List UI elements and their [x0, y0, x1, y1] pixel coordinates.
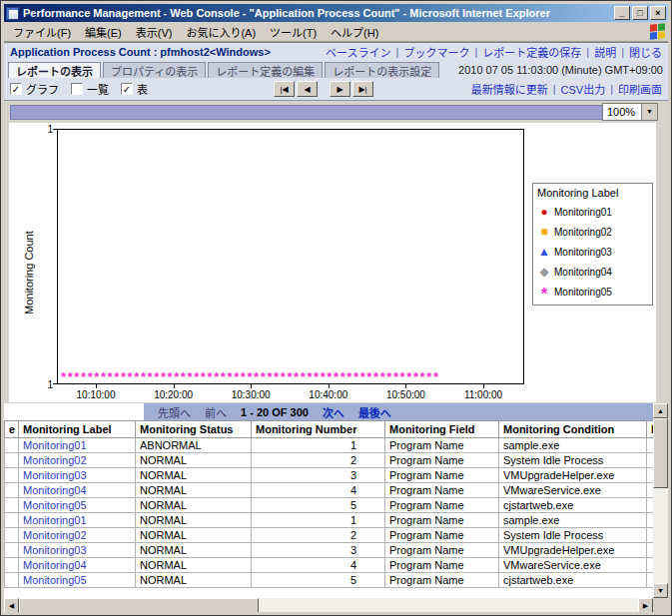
- monitoring-label-cell[interactable]: Monitoring01: [19, 438, 136, 453]
- legend-entries: ●Monitoring01■Monitoring02▲Monitoring03◆…: [537, 202, 648, 302]
- cell: Program Name: [385, 558, 499, 573]
- chevron-down-icon[interactable]: ▼: [641, 104, 657, 120]
- vertical-scroll-thumb[interactable]: [653, 418, 668, 488]
- save-report-definition-link[interactable]: レポート定義の保存: [482, 44, 581, 60]
- cell: 5: [252, 498, 385, 513]
- cell: [5, 513, 19, 528]
- zoom-select[interactable]: 100% ▼: [602, 103, 658, 121]
- report-nav-next-button[interactable]: ▶: [330, 81, 350, 97]
- x-tick-label: 11:00:00: [464, 389, 502, 400]
- scroll-left-button[interactable]: ◀: [4, 598, 19, 612]
- cell: NORMAL: [136, 453, 252, 468]
- cell: System Idle Process: [499, 453, 647, 468]
- cell: cjstartweb.exe: [499, 498, 647, 513]
- csv-export-link[interactable]: CSV出力: [561, 81, 606, 97]
- cell: [5, 573, 19, 588]
- tab-report-display[interactable]: レポートの表示: [8, 62, 101, 78]
- pagination-last-link[interactable]: 最後へ: [358, 404, 391, 420]
- horizontal-scrollbar[interactable]: ◀ ▶: [4, 598, 653, 612]
- checkbox-checked[interactable]: ✓: [121, 83, 133, 95]
- cell: Program Name: [385, 453, 499, 468]
- x-tick-label: 10:30:00: [232, 389, 271, 400]
- cell: Program Name: [385, 483, 499, 498]
- table-header-row: eMonitoring LabelMonitoring StatusMonito…: [5, 421, 654, 438]
- tab-property-display[interactable]: プロパティの表示: [103, 62, 206, 78]
- menu-item[interactable]: ツール(T): [263, 21, 324, 43]
- monitoring-label-cell[interactable]: Monitoring02: [19, 453, 136, 468]
- table-row: Monitoring02NORMAL2Program NameSystem Id…: [5, 453, 654, 468]
- table-row: Monitoring05NORMAL5Program Namecjstartwe…: [5, 498, 654, 513]
- vertical-scrollbar[interactable]: ▲ ▼: [653, 403, 668, 598]
- menu-item[interactable]: 表示(V): [129, 21, 180, 43]
- link-separator: |: [621, 46, 624, 58]
- x-tick-label: 10:20:00: [154, 389, 193, 400]
- cell: 2: [252, 453, 385, 468]
- monitoring-label-cell[interactable]: Monitoring01: [19, 513, 136, 528]
- close-button[interactable]: ×: [650, 6, 666, 20]
- print-view-link[interactable]: 印刷画面: [618, 81, 662, 97]
- pagination-prev-link[interactable]: 前へ: [205, 404, 227, 420]
- legend-label: Monitoring04: [554, 267, 612, 278]
- table-row: Monitoring04NORMAL4Program NameVMwareSer…: [5, 558, 654, 573]
- table-row: Monitoring04NORMAL4Program NameVMwareSer…: [5, 483, 654, 498]
- cell: VMwareService.exe: [499, 483, 647, 498]
- monitoring-label-cell[interactable]: Monitoring04: [19, 483, 136, 498]
- column-header: e: [5, 421, 19, 438]
- report-nav-first-button[interactable]: |◀: [274, 81, 295, 97]
- menu-item[interactable]: 編集(E): [78, 21, 129, 43]
- view-toggle-list[interactable]: 一覧: [71, 81, 109, 97]
- monitoring-label-cell[interactable]: Monitoring04: [19, 558, 136, 573]
- cell: NORMAL: [136, 513, 252, 528]
- legend-label: Monitoring03: [554, 247, 612, 258]
- monitoring-label-cell[interactable]: Monitoring03: [19, 468, 136, 483]
- pagination-next-link[interactable]: 次へ: [323, 404, 344, 420]
- scroll-up-button[interactable]: ▲: [653, 403, 668, 418]
- horizontal-scroll-thumb[interactable]: [19, 598, 259, 612]
- triangle-marker-icon: ▲: [537, 245, 551, 259]
- monitoring-table: eMonitoring LabelMonitoring StatusMonito…: [4, 420, 653, 588]
- monitoring-label-cell[interactable]: Monitoring02: [19, 528, 136, 543]
- menu-item[interactable]: ヘルプ(H): [324, 21, 385, 43]
- view-toggle-table[interactable]: ✓表: [121, 81, 148, 97]
- report-page-nav: |◀◀▶▶|: [274, 81, 373, 97]
- checkbox-unchecked[interactable]: [71, 83, 83, 95]
- close-link[interactable]: 閉じる: [629, 44, 662, 60]
- view-toggle-graph[interactable]: ✓グラフ: [10, 81, 59, 97]
- pagination-first-link[interactable]: 先頭へ: [158, 404, 191, 420]
- y-axis-label: Monitoring Count: [23, 193, 35, 352]
- cell: 3: [252, 468, 385, 483]
- refresh-link[interactable]: 最新情報に更新: [471, 81, 548, 97]
- title-bar[interactable]: Performance Management - Web Console - "…: [4, 4, 668, 22]
- cell: NORMAL: [136, 483, 252, 498]
- tab-report-display-settings[interactable]: レポートの表示設定: [325, 62, 439, 78]
- monitoring-label-cell[interactable]: Monitoring03: [19, 543, 136, 558]
- scroll-down-button[interactable]: ▼: [653, 583, 668, 598]
- column-header: Monitoring Status: [136, 421, 252, 438]
- scroll-right-button[interactable]: ▶: [638, 598, 653, 612]
- minimize-button[interactable]: _: [614, 6, 630, 20]
- cell: Program Name: [385, 468, 499, 483]
- monitoring-label-cell[interactable]: Monitoring05: [19, 573, 136, 588]
- window-title: Performance Management - Web Console - "…: [23, 7, 610, 19]
- report-title: Application Process Count : pfmhost2<Win…: [10, 46, 271, 58]
- table-row: Monitoring03NORMAL3Program NameVMUpgrade…: [5, 543, 654, 558]
- monitoring-label-cell[interactable]: Monitoring05: [19, 498, 136, 513]
- baseline-link[interactable]: ベースライン: [326, 44, 390, 60]
- checkbox-checked[interactable]: ✓: [10, 83, 22, 95]
- cell: 1: [252, 513, 385, 528]
- tab-report-definition-edit[interactable]: レポート定義の編集: [208, 62, 323, 78]
- zoom-value: 100%: [603, 106, 641, 118]
- menu-item[interactable]: お気に入り(A): [179, 21, 263, 43]
- menu-item[interactable]: ファイル(F): [6, 21, 78, 43]
- maximize-button[interactable]: □: [632, 6, 648, 20]
- report-nav-last-button[interactable]: ▶|: [352, 81, 373, 97]
- report-nav-prev-button[interactable]: ◀: [297, 81, 318, 97]
- cell: [5, 498, 19, 513]
- cell: Program Name: [385, 573, 499, 588]
- link-separator: |: [474, 46, 477, 58]
- zoom-toolbar: [10, 105, 655, 120]
- help-link[interactable]: 説明: [594, 44, 616, 60]
- link-separator: |: [553, 83, 556, 95]
- y-tick-label-top: 1: [13, 124, 53, 135]
- bookmark-link[interactable]: ブックマーク: [403, 44, 469, 60]
